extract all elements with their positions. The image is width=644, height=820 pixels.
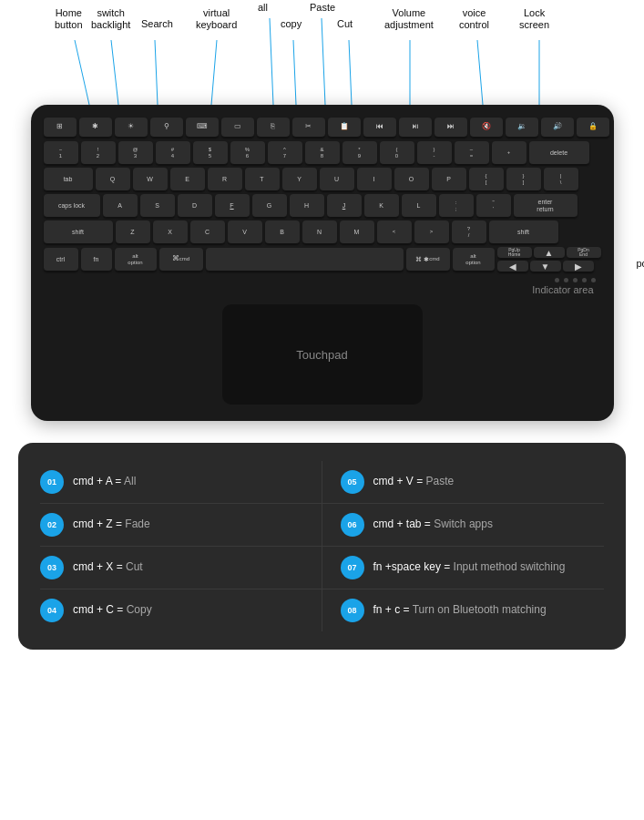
shortcut-item-3: 03 cmd + X = Cut <box>40 547 322 589</box>
label-switch-backlight: switchbacklight <box>91 7 130 31</box>
key-f[interactable]: F <box>215 194 250 218</box>
key-left[interactable]: ◀ <box>497 261 528 272</box>
shortcut-item-4: 04 cmd + C = Copy <box>40 589 322 631</box>
key-l[interactable]: L <box>402 194 436 218</box>
key-rparen[interactable]: )- <box>417 141 452 165</box>
key-next[interactable]: ⏭ <box>434 118 467 138</box>
key-cut[interactable]: ✂ <box>292 118 325 138</box>
key-alt-left[interactable]: altoption <box>115 248 157 272</box>
shortcut-result-2: Fade <box>125 518 149 530</box>
key-j[interactable]: J <box>327 194 362 218</box>
key-e[interactable]: E <box>170 168 205 191</box>
key-alt-right[interactable]: altoption <box>453 248 495 272</box>
key-paste[interactable]: 📋 <box>328 118 361 138</box>
key-semi[interactable]: :; <box>439 194 474 218</box>
key-vol-down[interactable]: 🔉 <box>506 118 538 138</box>
key-rbrace[interactable]: }] <box>506 168 541 191</box>
key-plus[interactable]: + <box>492 141 526 165</box>
key-g[interactable]: G <box>252 194 287 218</box>
key-caret[interactable]: ^7 <box>268 141 302 165</box>
key-space[interactable] <box>206 248 404 272</box>
key-pipe[interactable]: |\ <box>544 168 578 191</box>
key-m[interactable]: M <box>340 220 374 244</box>
zxcv-row: shift Z X C V B N M < > ?/ shift <box>44 220 601 244</box>
key-o[interactable]: O <box>394 168 429 191</box>
key-down[interactable]: ▼ <box>530 261 561 272</box>
key-shift-left[interactable]: shift <box>44 220 113 244</box>
key-delete[interactable]: delete <box>529 141 589 165</box>
key-pgup[interactable]: PgUpHome <box>497 247 532 259</box>
key-lbrace[interactable]: {[ <box>469 168 504 191</box>
touchpad[interactable]: Touchpad <box>222 304 423 405</box>
key-vol-up[interactable]: 🔊 <box>541 118 574 138</box>
key-t[interactable]: T <box>245 168 280 191</box>
key-b[interactable]: B <box>265 220 300 244</box>
key-pgdn[interactable]: PgDnEnd <box>567 247 601 259</box>
indicator-dot-4 <box>582 278 587 282</box>
key-u[interactable]: U <box>320 168 354 191</box>
key-home[interactable]: ⊞ <box>44 118 77 138</box>
key-cmd-right[interactable]: ⌘ ✱cmd <box>406 248 450 272</box>
shortcut-keys-1: cmd + A = <box>73 475 124 487</box>
key-all[interactable]: ⎘ <box>257 118 290 138</box>
key-mute[interactable]: 🔇 <box>470 118 503 138</box>
shortcut-result-7: Input method switching <box>454 560 566 573</box>
key-gt[interactable]: > <box>414 220 449 244</box>
key-playpause[interactable]: ⏯ <box>399 118 432 138</box>
key-y[interactable]: Y <box>282 168 317 191</box>
key-excl[interactable]: !2 <box>81 141 116 165</box>
key-capslock[interactable]: caps lock <box>44 194 100 218</box>
key-quote[interactable]: "' <box>476 194 511 218</box>
shortcut-result-1: All <box>124 475 136 487</box>
key-tilde[interactable]: ~1 <box>44 141 78 165</box>
key-question[interactable]: ?/ <box>452 220 486 244</box>
key-at[interactable]: @3 <box>118 141 153 165</box>
key-i[interactable]: I <box>357 168 392 191</box>
key-hash[interactable]: #4 <box>156 141 190 165</box>
key-v[interactable]: V <box>228 220 262 244</box>
key-screen[interactable]: ▭ <box>221 118 254 138</box>
key-ctrl[interactable]: ctrl <box>44 248 78 272</box>
key-star[interactable]: *9 <box>342 141 377 165</box>
key-h[interactable]: H <box>290 194 324 218</box>
key-q[interactable]: Q <box>96 168 130 191</box>
key-shift-right[interactable]: shift <box>489 220 558 244</box>
key-lparen[interactable]: (0 <box>380 141 414 165</box>
key-lock[interactable]: 🔒 <box>577 118 609 138</box>
key-a[interactable]: A <box>103 194 138 218</box>
key-lt[interactable]: < <box>377 220 412 244</box>
key-r[interactable]: R <box>208 168 242 191</box>
key-up[interactable]: ▲ <box>534 247 565 259</box>
key-d[interactable]: D <box>178 194 212 218</box>
key-cmd-left[interactable]: ⌘cmd <box>159 248 203 272</box>
shortcut-badge-5: 05 <box>341 470 364 494</box>
key-dollar[interactable]: $5 <box>193 141 228 165</box>
key-brightness[interactable]: ☀ <box>115 118 148 138</box>
key-w[interactable]: W <box>133 168 168 191</box>
key-enter[interactable]: enterreturn <box>514 194 578 218</box>
key-search[interactable]: ⚲ <box>150 118 183 138</box>
key-minus[interactable]: –= <box>455 141 489 165</box>
shortcut-text-8: fn + c = Turn on Bluetooth matching <box>373 603 547 618</box>
key-prev[interactable]: ⏮ <box>363 118 396 138</box>
key-x[interactable]: X <box>153 220 188 244</box>
shortcut-keys-3: cmd + X = <box>73 560 126 573</box>
key-k[interactable]: K <box>364 194 399 218</box>
key-backlight[interactable]: ✱ <box>79 118 112 138</box>
key-p[interactable]: P <box>432 168 466 191</box>
key-z[interactable]: Z <box>116 220 150 244</box>
key-s[interactable]: S <box>140 194 175 218</box>
shortcut-item-5: 05 cmd + V = Paste <box>322 461 605 504</box>
touchpad-area: Touchpad <box>44 304 601 405</box>
key-n[interactable]: N <box>302 220 337 244</box>
shortcut-item-8: 08 fn + c = Turn on Bluetooth matching <box>322 589 605 631</box>
key-virtual-keyboard[interactable]: ⌨ <box>186 118 219 138</box>
shortcut-result-5: Paste <box>426 475 455 487</box>
key-right[interactable]: ▶ <box>563 261 594 272</box>
label-voice-control: voicecontrol <box>459 7 489 31</box>
key-amp[interactable]: &8 <box>305 141 340 165</box>
key-c[interactable]: C <box>190 220 225 244</box>
key-fn[interactable]: fn <box>81 248 112 272</box>
key-percent[interactable]: %6 <box>230 141 265 165</box>
key-tab[interactable]: tab <box>44 168 93 191</box>
